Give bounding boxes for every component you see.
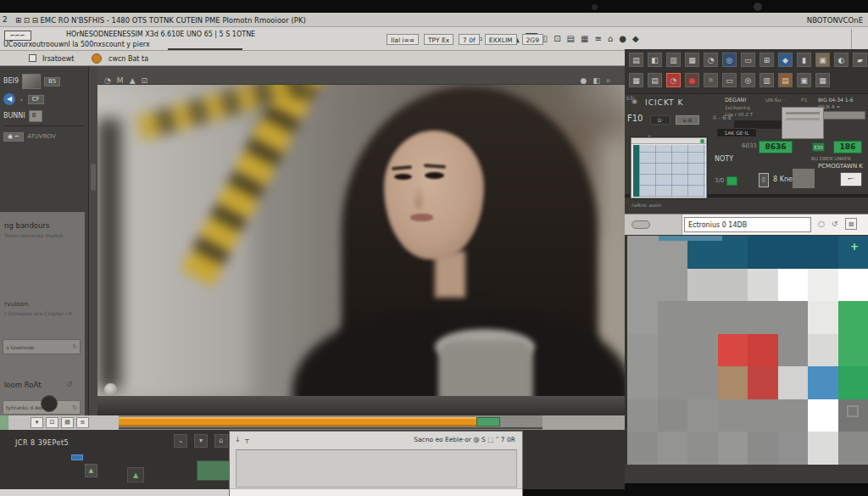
pixel-cell[interactable] (778, 432, 809, 465)
dialog-download-icon[interactable]: ↓ (235, 436, 241, 443)
menu-items[interactable]: ⊞ ⊡ ⊟ EMC RO N'BSFHIS - 1480 OTS TOTNK C… (15, 17, 306, 25)
pixel-cell[interactable] (627, 236, 658, 269)
pill-button[interactable] (632, 220, 650, 229)
canvas-grid-icon[interactable]: ⌗ (606, 76, 610, 85)
pixel-cell[interactable] (838, 366, 868, 399)
pixel-cell[interactable] (718, 269, 748, 302)
right-gray-bar[interactable] (818, 111, 865, 120)
pixel-cell[interactable] (627, 432, 658, 465)
e33-chip[interactable]: E33 (812, 142, 825, 152)
left-input-1[interactable]: a luvenvoe ↻ (3, 339, 81, 354)
tool-box-icon[interactable]: ⊡ (554, 34, 560, 43)
pixel-cell[interactable] (687, 366, 718, 399)
b-icon-chip[interactable]: ▯ (759, 173, 769, 187)
tool-rows-icon[interactable]: ▤ (567, 34, 575, 43)
pixel-cell[interactable] (658, 432, 688, 465)
pixel-cell[interactable] (687, 399, 718, 432)
canvas-m-icon[interactable]: M (117, 76, 124, 85)
spreadsheet-thumb-window[interactable] (631, 137, 707, 198)
field-2g9[interactable]: 2G9 (522, 34, 543, 45)
gray-square-chip[interactable] (793, 169, 815, 188)
pixel-cell[interactable] (687, 334, 718, 367)
rp-tool-11-icon[interactable]: ▦ (815, 73, 830, 87)
pixel-cell[interactable] (808, 236, 838, 269)
tab-label[interactable]: Irsatoewt (42, 56, 74, 63)
adi-button[interactable]: a di (676, 115, 699, 125)
up-button[interactable]: ▲ (85, 464, 97, 477)
field-ilal[interactable]: Ilal i== (387, 34, 419, 45)
rp-clip-5-icon[interactable]: ◔ (704, 53, 718, 67)
pixel-cell[interactable] (687, 432, 718, 465)
pixel-cell[interactable] (627, 269, 658, 302)
pixel-cell[interactable] (658, 269, 688, 302)
pixel-cell[interactable] (748, 432, 778, 465)
menu-right[interactable]: NBOTONVCOnE (807, 17, 863, 25)
expand-icon[interactable]: ⊠ (845, 218, 857, 230)
timeline-clip-gray[interactable] (500, 419, 542, 425)
rp-clip-4-icon[interactable]: ▦ (685, 53, 699, 67)
rp-clip-7-icon[interactable]: ▭ (741, 53, 755, 67)
pixel-cell[interactable] (748, 301, 778, 334)
rp-grid-icon[interactable]: ⌗ (704, 73, 718, 87)
left-row3-value[interactable]: B (29, 110, 42, 122)
white-chip[interactable]: ⌐· (840, 172, 862, 187)
pixel-cell[interactable] (627, 399, 658, 432)
rp-clip-13-icon[interactable]: ▰ (853, 53, 867, 67)
pixel-cell[interactable] (748, 366, 778, 399)
d-button[interactable]: D· (650, 115, 670, 125)
search-input[interactable] (684, 217, 811, 232)
tool-options-button[interactable]: ⌐⌐⌐ (4, 31, 31, 41)
rp-tool-1-icon[interactable]: ▦ (629, 73, 643, 87)
pixel-cell[interactable] (748, 334, 778, 367)
canvas-half-icon[interactable]: ◧ (593, 76, 600, 85)
mini-btn-2[interactable]: ⊡ (46, 417, 58, 428)
tool-home-icon[interactable]: ⌂ (608, 34, 613, 43)
rp-clip-2-icon[interactable]: ◧ (648, 53, 662, 67)
canvas-area[interactable]: ◔M▲⊡ ●◧⌗ (97, 66, 625, 415)
rp-clip-12-icon[interactable]: ◐ (834, 53, 849, 67)
pixel-cell[interactable] (808, 334, 838, 367)
panel-tab-label[interactable]: ATUVROV (27, 134, 55, 140)
pixel-cell[interactable] (838, 301, 868, 334)
blue-chip[interactable] (71, 454, 83, 460)
pixel-cell[interactable] (627, 301, 658, 334)
pixel-cell[interactable] (808, 432, 838, 465)
canvas-dot-icon[interactable]: ● (581, 76, 587, 85)
tool-grid-icon[interactable]: ▦ (581, 34, 588, 43)
tab-right-label[interactable]: cwcn Bat ta (108, 56, 148, 63)
pixel-cell[interactable] (748, 269, 778, 302)
panel-tab-chip[interactable]: ◉ ⌐ (3, 132, 24, 142)
rp-clip-10-icon[interactable]: ▮ (797, 53, 811, 67)
bottom-collapse-icon[interactable]: ⌄ (174, 434, 187, 448)
pixel-cell[interactable] (658, 301, 688, 334)
grid-plus-icon[interactable]: + (850, 241, 859, 253)
left-scrollbar[interactable] (89, 66, 97, 415)
green-value-8636[interactable]: 8636 (759, 141, 793, 153)
anchor-icon[interactable]: ◉ (632, 98, 637, 105)
rp-clip-11-icon[interactable]: ▣ (815, 53, 830, 67)
timeline-clip-green[interactable] (476, 417, 500, 426)
tool-pause-icon[interactable]: ▯ (543, 34, 548, 43)
left-row1-button[interactable]: B5 (44, 77, 60, 86)
pixel-cell[interactable] (778, 236, 809, 269)
photo-viewport[interactable] (97, 85, 625, 396)
bell-icon[interactable] (92, 53, 102, 64)
pixel-cell[interactable] (658, 366, 688, 399)
pixel-cell[interactable] (687, 269, 718, 302)
field-tpy[interactable]: TPY Ex (424, 34, 453, 45)
pixel-cell[interactable] (718, 334, 748, 367)
timeline-clip-orange[interactable] (119, 417, 476, 426)
pixel-cell[interactable] (838, 269, 868, 302)
pixel-cell[interactable] (808, 399, 838, 432)
rp-clip-1-icon[interactable]: ▤ (629, 53, 643, 67)
dialog-body[interactable] (236, 449, 517, 488)
pixel-cell[interactable] (778, 399, 809, 432)
pixel-cell[interactable] (627, 366, 658, 399)
pixel-cell[interactable] (808, 269, 838, 302)
field-exxlim[interactable]: EXXLIM (485, 34, 517, 45)
menu-num[interactable]: 2 (3, 16, 8, 24)
mini-btn-3[interactable]: ▤ (61, 417, 74, 428)
pixel-cell[interactable] (778, 269, 809, 302)
pixel-cell[interactable] (718, 366, 748, 399)
bottom-home-icon[interactable]: ⌂ (214, 434, 228, 448)
